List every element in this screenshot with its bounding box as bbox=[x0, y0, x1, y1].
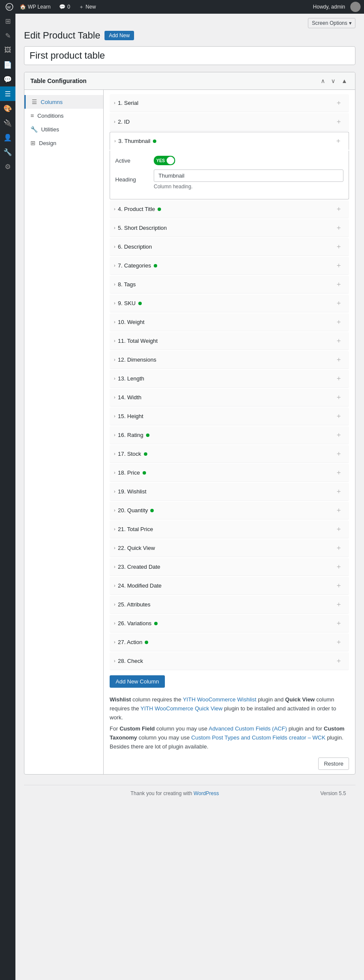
column-row-description[interactable]: › 6. Description ＋ bbox=[110, 238, 349, 256]
menu-settings[interactable]: ⚙ bbox=[0, 159, 15, 174]
column-add-button[interactable]: ＋ bbox=[333, 467, 345, 478]
column-add-button[interactable]: ＋ bbox=[333, 448, 345, 459]
acf-link[interactable]: Advanced Custom Fields (ACF) bbox=[209, 725, 287, 732]
menu-dashboard[interactable]: ⊞ bbox=[0, 14, 15, 28]
heading-input[interactable] bbox=[154, 169, 343, 182]
add-new-button[interactable]: Add New bbox=[104, 31, 134, 40]
screen-options-button[interactable]: Screen Options ▾ bbox=[308, 18, 355, 28]
column-add-button[interactable]: ＋ bbox=[333, 580, 345, 591]
column-add-button[interactable]: ＋ bbox=[333, 637, 345, 647]
config-collapse-down[interactable]: ∨ bbox=[329, 77, 337, 85]
menu-tools[interactable]: 🔧 bbox=[0, 145, 15, 159]
column-row-check[interactable]: › 28. Check ＋ bbox=[110, 652, 349, 670]
column-add-button[interactable]: ＋ bbox=[333, 317, 345, 327]
yith-wishlist-link[interactable]: YITH WooCommerce Wishlist bbox=[183, 696, 257, 703]
column-row-total-price[interactable]: › 21. Total Price ＋ bbox=[110, 520, 349, 538]
column-add-button[interactable]: ＋ bbox=[333, 204, 345, 214]
column-row-length[interactable]: › 13. Length ＋ bbox=[110, 370, 349, 388]
column-add-button[interactable]: ＋ bbox=[333, 486, 345, 497]
column-row-serial[interactable]: › 1. Serial ＋ bbox=[110, 94, 349, 112]
config-collapse-full[interactable]: ▲ bbox=[340, 77, 349, 85]
column-add-button[interactable]: ＋ bbox=[333, 430, 345, 440]
wck-link[interactable]: Custom Post Types and Custom Fields crea… bbox=[191, 734, 325, 741]
wp-logo[interactable]: W bbox=[3, 0, 15, 14]
menu-pages[interactable]: 📄 bbox=[0, 57, 15, 72]
avatar[interactable] bbox=[350, 2, 361, 12]
yith-quickview-link[interactable]: YITH WooCommerce Quick View bbox=[140, 705, 223, 712]
column-row-price[interactable]: › 18. Price ＋ bbox=[110, 464, 349, 482]
sidebar-item-conditions[interactable]: ≡ Conditions bbox=[24, 109, 103, 122]
column-add-button[interactable]: ＋ bbox=[333, 618, 345, 629]
info-section: Wishlist column requires the YITH WooCom… bbox=[110, 695, 349, 751]
menu-comments[interactable]: 💬 bbox=[0, 72, 15, 86]
column-row-left: › 17. Stock bbox=[114, 451, 147, 457]
column-add-button[interactable]: ＋ bbox=[333, 336, 345, 346]
sidebar-design-label: Design bbox=[39, 140, 56, 146]
column-row-categories[interactable]: › 7. Categories ＋ bbox=[110, 257, 349, 275]
column-add-button[interactable]: ＋ bbox=[333, 524, 345, 535]
column-row-wishlist[interactable]: › 19. Wishlist ＋ bbox=[110, 483, 349, 501]
menu-products[interactable]: ☰ bbox=[0, 86, 15, 101]
menu-appearance[interactable]: 🎨 bbox=[0, 101, 15, 116]
column-add-button[interactable]: ＋ bbox=[333, 298, 345, 309]
adminbar-site-name[interactable]: 🏠 WP Learn bbox=[15, 0, 55, 14]
column-row-tags[interactable]: › 8. Tags ＋ bbox=[110, 276, 349, 294]
column-add-button[interactable]: ＋ bbox=[333, 354, 345, 365]
restore-button[interactable]: Restore bbox=[318, 757, 349, 770]
column-row-rating[interactable]: › 16. Rating ＋ bbox=[110, 426, 349, 444]
column-row-weight[interactable]: › 10. Weight ＋ bbox=[110, 313, 349, 331]
column-row-modified-date[interactable]: › 24. Modified Date ＋ bbox=[110, 577, 349, 595]
column-row-dimensions[interactable]: › 12. Dimensions ＋ bbox=[110, 351, 349, 369]
column-add-button[interactable]: ＋ bbox=[333, 241, 345, 252]
column-row-left: › 7. Categories bbox=[114, 262, 157, 269]
adminbar-comments[interactable]: 💬 0 bbox=[55, 0, 75, 14]
info-text-1: column requires the bbox=[132, 696, 183, 703]
active-indicator bbox=[144, 452, 147, 456]
config-collapse-up[interactable]: ∧ bbox=[319, 77, 327, 85]
add-new-column-button[interactable]: Add New Column bbox=[110, 675, 165, 688]
sidebar-item-utilities[interactable]: 🔧 Utilities bbox=[24, 122, 103, 136]
column-row-short-description[interactable]: › 5. Short Description ＋ bbox=[110, 219, 349, 237]
column-row-height[interactable]: › 15. Height ＋ bbox=[110, 407, 349, 425]
menu-users[interactable]: 👤 bbox=[0, 130, 15, 145]
menu-posts[interactable]: ✎ bbox=[0, 28, 15, 43]
adminbar-new[interactable]: ＋ New bbox=[75, 0, 100, 14]
column-row-stock[interactable]: › 17. Stock ＋ bbox=[110, 445, 349, 463]
column-add-button[interactable]: ＋ bbox=[333, 561, 345, 572]
column-add-button[interactable]: ＋ bbox=[333, 260, 345, 271]
column-add-button[interactable]: ＋ bbox=[333, 656, 345, 666]
column-row-action[interactable]: › 27. Action ＋ bbox=[110, 633, 349, 651]
column-add-button[interactable]: ＋ bbox=[333, 373, 345, 384]
column-row-variations[interactable]: › 26. Variations ＋ bbox=[110, 615, 349, 633]
table-name-input[interactable] bbox=[24, 46, 355, 65]
column-row-thumbnail[interactable]: › 3. Thumbnail ＋ bbox=[110, 132, 349, 150]
column-row-width[interactable]: › 14. Width ＋ bbox=[110, 389, 349, 407]
column-add-button[interactable]: ＋ bbox=[333, 223, 345, 233]
column-add-button[interactable]: ＋ bbox=[333, 98, 345, 108]
column-row-attributes[interactable]: › 25. Attributes ＋ bbox=[110, 596, 349, 614]
menu-media[interactable]: 🖼 bbox=[0, 43, 15, 57]
column-add-button[interactable]: ＋ bbox=[333, 505, 345, 516]
column-add-button[interactable]: ＋ bbox=[333, 279, 345, 290]
column-row-created-date[interactable]: › 23. Created Date ＋ bbox=[110, 558, 349, 576]
column-add-button[interactable]: ＋ bbox=[333, 599, 345, 610]
column-add-button[interactable]: ＋ bbox=[333, 543, 345, 553]
active-toggle[interactable]: YES bbox=[154, 156, 175, 165]
column-row-quick-view[interactable]: › 22. Quick View ＋ bbox=[110, 539, 349, 557]
info-text-6: column you may use bbox=[156, 725, 209, 732]
column-row-id[interactable]: › 2. ID ＋ bbox=[110, 113, 349, 131]
column-add-button[interactable]: ＋ bbox=[333, 392, 345, 403]
active-indicator bbox=[154, 622, 158, 625]
column-name: 5. Short Description bbox=[118, 225, 167, 231]
column-row-total-weight[interactable]: › 11. Total Weight ＋ bbox=[110, 332, 349, 350]
column-add-button[interactable]: ＋ bbox=[332, 136, 344, 146]
column-add-button[interactable]: ＋ bbox=[333, 411, 345, 422]
wordpress-link[interactable]: WordPress bbox=[194, 790, 219, 796]
column-row-sku[interactable]: › 9. SKU ＋ bbox=[110, 294, 349, 312]
column-row-quantity[interactable]: › 20. Quantity ＋ bbox=[110, 502, 349, 520]
menu-plugins[interactable]: 🔌 bbox=[0, 116, 15, 130]
column-add-button[interactable]: ＋ bbox=[333, 116, 345, 127]
sidebar-item-design[interactable]: ⊞ Design bbox=[24, 136, 103, 150]
sidebar-item-columns[interactable]: ☰ Columns bbox=[24, 95, 103, 109]
column-row-product-title[interactable]: › 4. Product Title ＋ bbox=[110, 200, 349, 218]
